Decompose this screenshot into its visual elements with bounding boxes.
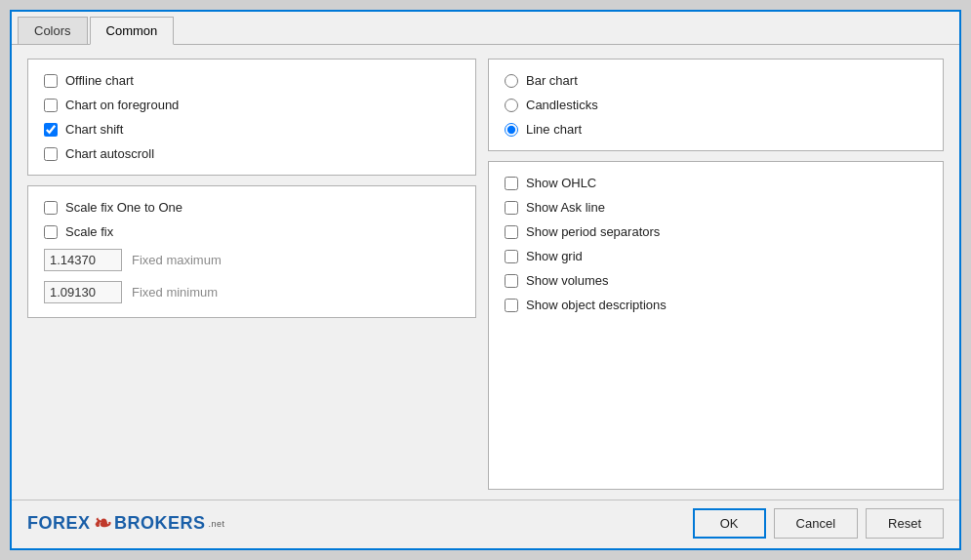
- show-period-sep-checkbox[interactable]: [505, 225, 518, 239]
- scale-fix-checkbox[interactable]: [44, 225, 58, 239]
- chart-shift-row[interactable]: Chart shift: [44, 122, 460, 137]
- fixed-max-label: Fixed maximum: [132, 253, 222, 267]
- scale-fix-one-row[interactable]: Scale fix One to One: [44, 200, 460, 215]
- footer: FOREX ❧ BROKERS.net OK Cancel Reset: [12, 500, 959, 548]
- show-ask-line-label: Show Ask line: [526, 200, 605, 215]
- footer-buttons: OK Cancel Reset: [693, 508, 944, 539]
- chart-autoscroll-checkbox[interactable]: [44, 147, 58, 161]
- tab-colors[interactable]: Colors: [18, 17, 88, 45]
- scale-fix-one-label: Scale fix One to One: [65, 200, 182, 215]
- show-grid-checkbox[interactable]: [505, 250, 518, 263]
- candlesticks-label: Candlesticks: [526, 98, 598, 112]
- show-grid-row[interactable]: Show grid: [505, 249, 927, 263]
- chart-foreground-checkbox[interactable]: [44, 99, 58, 112]
- show-ohlc-checkbox[interactable]: [505, 177, 518, 190]
- chart-autoscroll-label: Chart autoscroll: [65, 146, 154, 161]
- show-period-sep-row[interactable]: Show period separators: [505, 224, 927, 239]
- tab-common[interactable]: Common: [90, 17, 175, 45]
- show-volumes-row[interactable]: Show volumes: [505, 273, 927, 288]
- offline-chart-checkbox[interactable]: [44, 74, 58, 88]
- show-ask-line-row[interactable]: Show Ask line: [505, 200, 927, 215]
- logo-text2: BROKERS: [114, 513, 206, 534]
- fixed-min-label: Fixed minimum: [132, 285, 218, 300]
- fixed-max-row: Fixed maximum: [44, 249, 460, 271]
- chart-foreground-label: Chart on foreground: [65, 98, 179, 112]
- show-object-desc-checkbox[interactable]: [505, 299, 518, 312]
- fixed-min-row: Fixed minimum: [44, 281, 460, 303]
- candlesticks-radio[interactable]: [505, 99, 518, 112]
- bar-chart-row[interactable]: Bar chart: [505, 73, 927, 88]
- chart-foreground-row[interactable]: Chart on foreground: [44, 98, 460, 112]
- content-area: Offline chart Chart on foreground Chart …: [12, 45, 959, 500]
- bar-chart-radio[interactable]: [505, 74, 518, 88]
- ok-button[interactable]: OK: [693, 508, 766, 539]
- offline-chart-label: Offline chart: [65, 73, 134, 88]
- show-volumes-checkbox[interactable]: [505, 274, 518, 288]
- candlesticks-row[interactable]: Candlesticks: [505, 98, 927, 112]
- show-volumes-label: Show volumes: [526, 273, 609, 288]
- chart-shift-label: Chart shift: [65, 122, 123, 137]
- scale-panel: Scale fix One to One Scale fix Fixed max…: [27, 185, 476, 318]
- tab-bar: Colors Common: [12, 12, 959, 45]
- show-object-desc-row[interactable]: Show object descriptions: [505, 298, 927, 312]
- scale-fix-one-checkbox[interactable]: [44, 201, 58, 215]
- scale-fix-row[interactable]: Scale fix: [44, 224, 460, 239]
- chart-shift-checkbox[interactable]: [44, 123, 58, 137]
- offline-chart-row[interactable]: Offline chart: [44, 73, 460, 88]
- logo-text1: FOREX: [27, 513, 91, 534]
- show-ohlc-label: Show OHLC: [526, 176, 596, 190]
- fixed-min-input[interactable]: [44, 281, 122, 303]
- show-period-sep-label: Show period separators: [526, 224, 660, 239]
- bar-chart-label: Bar chart: [526, 73, 578, 88]
- display-panel: Show OHLC Show Ask line Show period sepa…: [488, 161, 944, 490]
- cancel-button[interactable]: Cancel: [774, 508, 858, 539]
- scale-fix-label: Scale fix: [65, 224, 113, 239]
- fixed-max-input[interactable]: [44, 249, 122, 271]
- show-grid-label: Show grid: [526, 249, 583, 263]
- show-ask-line-checkbox[interactable]: [505, 201, 518, 215]
- logo-dotnet: .net: [209, 519, 225, 529]
- dialog: Colors Common Offline chart Chart on for…: [10, 10, 961, 550]
- show-ohlc-row[interactable]: Show OHLC: [505, 176, 927, 190]
- line-chart-label: Line chart: [526, 122, 582, 137]
- options-panel: Offline chart Chart on foreground Chart …: [27, 59, 476, 176]
- right-column: Bar chart Candlesticks Line chart: [488, 59, 944, 490]
- show-object-desc-label: Show object descriptions: [526, 298, 667, 312]
- main-row: Offline chart Chart on foreground Chart …: [27, 59, 944, 490]
- logo: FOREX ❧ BROKERS.net: [27, 511, 225, 537]
- reset-button[interactable]: Reset: [866, 508, 944, 539]
- line-chart-row[interactable]: Line chart: [505, 122, 927, 137]
- logo-symbol: ❧: [94, 511, 112, 537]
- chart-autoscroll-row[interactable]: Chart autoscroll: [44, 146, 460, 161]
- line-chart-radio[interactable]: [505, 123, 518, 137]
- chart-type-panel: Bar chart Candlesticks Line chart: [488, 59, 944, 151]
- left-column: Offline chart Chart on foreground Chart …: [27, 59, 476, 490]
